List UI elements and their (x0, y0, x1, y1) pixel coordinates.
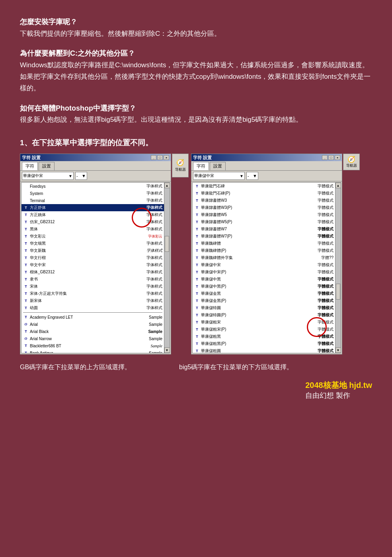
font-row-arialblack[interactable]: T Arial Black Sample (21, 328, 164, 335)
rfont-row-cchp[interactable]: T 華康儲粗黑(P) 字體樣式 (193, 340, 335, 347)
rfont-row-lsw5[interactable]: T 華康隸書體W5 字體樣式 (193, 211, 335, 218)
right-tab-zifu[interactable]: 字符 (193, 162, 209, 170)
cchp-name: 華康儲粗黑(P) (201, 341, 318, 347)
left-tab-zifu[interactable]: 字符 (22, 162, 38, 170)
arial-icon: O (23, 321, 29, 327)
left-scroll-down[interactable]: ▼ (164, 347, 170, 353)
font-row-hwcy[interactable]: T 华文彩云 字体彩云 (21, 233, 164, 240)
left-tabs: 字符 設置 (20, 161, 171, 171)
font-row-terminal[interactable]: Terminal 字体样式 (21, 197, 164, 204)
font-row-fzyt[interactable]: T 方正姚体 字体样式 (21, 211, 164, 218)
right-size-select[interactable]: -▼ (246, 172, 258, 180)
rfont-row-ctqp[interactable]: T 華康儲特圓(P) 字體樣式 (193, 312, 335, 319)
rfont-row-czs[interactable]: T 華康儲中宋 字體樣式 (193, 261, 335, 269)
left-tab-shezhi[interactable]: 設置 (39, 162, 55, 170)
font-row-fangsong[interactable]: T 仿宋_GB2312 字体样式 (21, 218, 164, 226)
lsw5-sample: 字體樣式 (318, 212, 333, 218)
left-size-select[interactable]: -▼ (75, 172, 87, 180)
font-row-hwxw[interactable]: T 华文新魏 字体样式 (21, 247, 164, 254)
rfont-row-wbtp[interactable]: T 華康魏碑體(P) 字體樣式 (193, 247, 335, 254)
cch-name: 華康儲粗黑 (201, 334, 318, 339)
r-close-btn[interactable]: × (335, 155, 340, 160)
p2-body: Windows默認度取的字庫路徑是C:\windows\fonts，但字庫文件如… (20, 60, 372, 94)
font-row-songfz[interactable]: T 宋体-方正超大字符集 字体样式 (21, 290, 164, 297)
right-scrollbar[interactable]: ▲ ▼ (335, 183, 341, 353)
right-font-list[interactable]: T 華康龍門石碑 字體樣式 T 華康龍門石碑(P) 字體樣式 T 華康隸書體W3 (192, 182, 341, 353)
rfont-row-lmsbp[interactable]: T 華康龍門石碑(P) 字體樣式 (193, 190, 335, 197)
hwxh-name: 华文细黑 (30, 241, 146, 246)
rfont-row-lsw3[interactable]: T 華康隸書體W3 字體樣式 (193, 197, 335, 204)
left-scroll-up[interactable]: ▲ (164, 183, 170, 188)
right-caption: big5碼字庫在下拉菜單的下方區域選擇。 (179, 362, 330, 372)
font-row-kt[interactable]: T 楷体_GB2312 字体样式 (21, 269, 164, 276)
right-caption-text: big5碼字庫在下拉菜單的下方區域選擇。 (179, 364, 293, 370)
font-row-heiti[interactable]: T 黑体 字体样式 (21, 226, 164, 233)
left-font-list[interactable]: Fixedsys 字体样式 System 字体样式 Terminal 字体样式 (21, 182, 170, 353)
font-row-arial[interactable]: O Arial Sample (21, 321, 164, 328)
font-row-fixedsys[interactable]: Fixedsys 字体样式 (21, 183, 164, 190)
lsw7-sample: 字體樣式 (318, 226, 333, 232)
rfont-row-cjhp[interactable]: T 華康儲金黑(P) 字體樣式 (193, 297, 335, 304)
rfont-row-ccsp[interactable]: T 華康儲粗宋(P) 字體樣式 (193, 326, 335, 333)
font-row-hwxk[interactable]: T 华文行楷 字体样式 (21, 254, 164, 261)
rfont-row-wbtwzj[interactable]: T 華康魏碑體外字集 字體?? (193, 254, 335, 261)
fzsht-sample: 字体样式 (146, 205, 162, 210)
p1-title: 怎麼安裝字庫呢？ (20, 16, 372, 28)
system-name: System (30, 191, 146, 196)
ccsp-sample: 字體樣式 (318, 327, 333, 332)
font-row-xinsong[interactable]: T 新宋体 字体样式 (21, 297, 164, 304)
maximize-btn[interactable]: □ (157, 155, 163, 160)
close-btn[interactable]: × (164, 155, 169, 160)
left-scroll-thumb[interactable] (165, 236, 169, 252)
font-row-hwxh[interactable]: T 华文细黑 字体样式 (21, 240, 164, 247)
font-row-lishu[interactable]: T 隶书 字体样式 (21, 276, 164, 283)
font-row-hwzs[interactable]: T 华文中宋 字体样式 (21, 261, 164, 269)
font-row-fzsht[interactable]: T 方正舒体 字体样式 (21, 204, 164, 211)
czh-name: 華康儲中黑 (201, 277, 318, 282)
rfont-row-lsw7p[interactable]: T 華康隸書體W7(P) 字體樣式 (193, 233, 335, 240)
right-scroll-up[interactable]: ▲ (335, 183, 341, 188)
songfz-name: 宋体-方正超大字符集 (30, 291, 146, 296)
hwcy-icon: T (23, 234, 29, 239)
rfont-row-cch[interactable]: T 華康儲粗黑 字體樣式 (193, 333, 335, 340)
minimize-btn[interactable]: _ (151, 155, 156, 160)
right-font-select[interactable]: 華康儲中宋 ▼ (193, 172, 245, 180)
rfont-row-ccq[interactable]: T 華康儲粗圓 字體樣式 (193, 347, 335, 353)
font-row-songti[interactable]: T 宋体 字体样式 (21, 283, 164, 290)
cchp-sample: 字體樣式 (318, 341, 333, 347)
font-row-bl686[interactable]: T Blackletter686 BT Sample (21, 342, 164, 349)
left-navigator-btn[interactable]: 🧭 导航器 (172, 154, 189, 177)
right-scroll-thumb[interactable] (336, 284, 340, 300)
rfont-row-lsw7[interactable]: T 華康隸書體W7 字體樣式 (193, 226, 335, 233)
left-title-buttons: _ □ × (151, 155, 169, 160)
font-row-arialnarrow[interactable]: O Arial Narrow Sample (21, 335, 164, 342)
font-row-youyuan[interactable]: T 幼圆 字体样式 (21, 304, 164, 312)
footer: 2048核基地 hjd.tw 自由幻想 製作 (20, 380, 372, 400)
rfont-row-czh[interactable]: T 華康儲中黑 字體樣式 (193, 276, 335, 283)
rfont-row-ccs[interactable]: T 華康儲粗宋 字體樣式 (193, 319, 335, 326)
rfont-row-lmsb[interactable]: T 華康龍門石碑 字體樣式 (193, 183, 335, 190)
main-content: 怎麼安裝字庫呢？ 下載我們提供的字庫壓縮包。然後解壓縮到除C：之外的其他分區。 … (20, 16, 372, 400)
rfont-row-wbt[interactable]: T 華康魏碑體 字體樣式 (193, 240, 335, 247)
right-scroll-down[interactable]: ▼ (335, 347, 341, 353)
rfont-row-lsw3p[interactable]: T 華康隸書體W3(P) 字體樣式 (193, 204, 335, 211)
r-nav-icon: 🧭 (347, 156, 355, 163)
r-maximize-btn[interactable]: □ (328, 155, 334, 160)
rfont-row-cjh[interactable]: T 華康儲金黑 字體樣式 (193, 290, 335, 297)
font-row-system[interactable]: System 字体样式 (21, 190, 164, 197)
songfz-icon: T (23, 291, 29, 296)
rfont-row-ctq[interactable]: T 華康儲特圓 字體樣式 (193, 304, 335, 312)
fzyt-name: 方正姚体 (30, 212, 146, 218)
rfont-row-czhp[interactable]: T 華康儲中黑(P) 字體樣式 (193, 283, 335, 290)
lishu-icon: T (23, 277, 29, 282)
right-navigator-btn[interactable]: 🧭 导航器 (343, 154, 360, 170)
font-row-bookant[interactable]: T Book Antiqua Sample (21, 349, 164, 353)
rfont-row-lsw5p[interactable]: T 華康隸書體W5(P) 字體樣式 (193, 218, 335, 226)
left-font-select[interactable]: 華康儲中宋 ▼ (22, 172, 74, 180)
right-tab-shezhi[interactable]: 設置 (210, 162, 226, 170)
wbtp-sample: 字體樣式 (318, 248, 333, 253)
font-row-acad[interactable]: T Academy Engraved LET Sample (21, 314, 164, 321)
rfont-row-czsp[interactable]: T 華康儲中宋(P) 字體樣式 (193, 269, 335, 276)
left-scrollbar[interactable]: ▲ ▼ (164, 183, 170, 353)
r-minimize-btn[interactable]: _ (322, 155, 328, 160)
